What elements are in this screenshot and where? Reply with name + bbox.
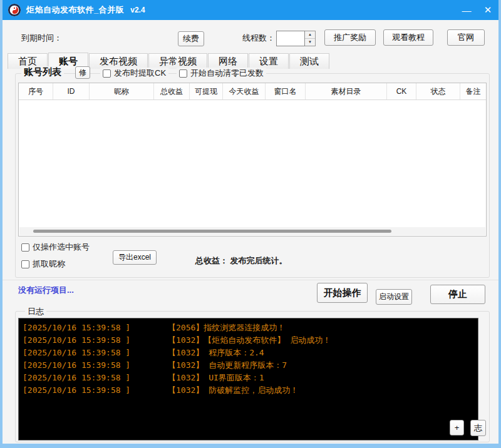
extract-ck-checkbox[interactable]: 发布时提取CK [103, 68, 166, 79]
threads-stepper[interactable]: ▲▼ [276, 31, 316, 46]
log-entry: [2025/10/16 15:39:58 ]【1032】 UI界面版本：1 [23, 372, 478, 384]
tab-publish-video[interactable]: 发布视频 [89, 53, 148, 69]
scrollbar-thumb[interactable] [33, 230, 391, 233]
checkbox-box[interactable] [21, 260, 29, 268]
app-title: 炬焰自动发布软件_合并版 [26, 4, 124, 16]
auto-reset-checkbox[interactable]: 开始自动清零已发数 [179, 68, 264, 79]
table-header-row: 序号 ID 昵称 总收益 可提现 今天收益 窗口名 素材目录 CK 状态 备注 [19, 83, 486, 100]
checkbox-box[interactable] [179, 69, 187, 78]
log-entry: [2025/10/16 15:39:58 ]【1032】 程序版本：2.4 [23, 347, 478, 359]
export-excel-button[interactable]: 导出excel [113, 250, 157, 265]
col-withdrawable[interactable]: 可提现 [190, 83, 223, 99]
app-version: v2.4 [130, 6, 145, 14]
log-plus-button[interactable]: + [450, 420, 464, 435]
account-list-title: 账号列表 [21, 66, 64, 78]
total-income-summary: 总收益： 发布完后统计。 [195, 255, 287, 267]
log-entry: [2025/10/16 15:39:58 ]【2056】指纹浏览器连接成功！ [23, 322, 478, 334]
col-window-name[interactable]: 窗口名 [266, 83, 306, 99]
log-entry: [2025/10/16 15:39:58 ]【1032】 自动更新程序版本：7 [23, 359, 478, 372]
grab-nickname-label: 抓取昵称 [33, 258, 65, 270]
col-status[interactable]: 状态 [416, 83, 460, 99]
section-divider [3, 280, 498, 280]
extract-ck-label: 发布时提取CK [114, 68, 166, 79]
tab-test[interactable]: 测试 [289, 53, 329, 69]
expiry-label: 到期时间： [21, 33, 62, 44]
threads-spin-buttons[interactable]: ▲▼ [305, 31, 316, 46]
tab-abnormal-video[interactable]: 异常视频 [148, 53, 207, 69]
launch-settings-button[interactable]: 启动设置 [376, 289, 412, 305]
tutorial-button[interactable]: 观看教程 [383, 29, 433, 46]
tab-settings[interactable]: 设置 [249, 53, 289, 69]
col-id[interactable]: ID [53, 83, 90, 99]
log-entry: [2025/10/16 15:39:58 ]【1032】 防破解监控，启动成功！ [23, 384, 478, 397]
start-operation-button[interactable]: 开始操作 [317, 283, 368, 303]
threads-label: 线程数： [242, 33, 275, 44]
accounts-table[interactable]: 序号 ID 昵称 总收益 可提现 今天收益 窗口名 素材目录 CK 状态 备注 [18, 83, 487, 237]
app-window: 炬焰自动发布软件_合并版 v2.4 — ✕ 到期时间： 续费 线程数： ▲▼ 推… [0, 0, 501, 448]
col-nickname[interactable]: 昵称 [90, 83, 154, 99]
checkbox-box[interactable] [103, 69, 111, 78]
log-output[interactable]: [2025/10/16 15:39:58 ]【2056】指纹浏览器连接成功！ [… [18, 318, 478, 440]
log-toggle-button[interactable]: 志 [470, 420, 486, 436]
run-status-text: 没有运行项目... [18, 285, 74, 296]
close-button[interactable]: ✕ [477, 0, 498, 20]
col-index[interactable]: 序号 [19, 83, 53, 99]
col-today-income[interactable]: 今天收益 [223, 83, 266, 99]
spin-up-icon[interactable]: ▲ [305, 31, 315, 39]
app-logo-icon [8, 3, 21, 17]
col-ck[interactable]: CK [387, 83, 416, 99]
edit-button[interactable]: 修 [75, 66, 90, 79]
log-entry: [2025/10/16 15:39:58 ]【1032】【炬焰自动发布软件】 启… [23, 334, 478, 347]
log-title: 日志 [25, 306, 46, 317]
website-button[interactable]: 官网 [447, 29, 485, 46]
grab-nickname-checkbox[interactable]: 抓取昵称 [21, 258, 65, 270]
renew-button[interactable]: 续费 [178, 31, 204, 46]
checkbox-box[interactable] [21, 243, 29, 252]
stop-button[interactable]: 停止 [430, 285, 485, 304]
title-bar: 炬焰自动发布软件_合并版 v2.4 — ✕ [3, 0, 498, 20]
auto-reset-label: 开始自动清零已发数 [190, 68, 264, 79]
col-remark[interactable]: 备注 [460, 83, 486, 99]
promo-button[interactable]: 推广奖励 [324, 29, 376, 46]
threads-input[interactable] [276, 31, 305, 46]
col-total-income[interactable]: 总收益 [154, 83, 190, 99]
minimize-button[interactable]: — [456, 0, 477, 20]
selected-only-label: 仅操作选中账号 [33, 242, 90, 253]
spin-down-icon[interactable]: ▼ [305, 39, 315, 46]
tab-network[interactable]: 网络 [208, 53, 248, 69]
col-material-dir[interactable]: 素材目录 [306, 83, 387, 99]
selected-only-checkbox[interactable]: 仅操作选中账号 [21, 242, 90, 253]
horizontal-scrollbar[interactable] [19, 227, 485, 235]
